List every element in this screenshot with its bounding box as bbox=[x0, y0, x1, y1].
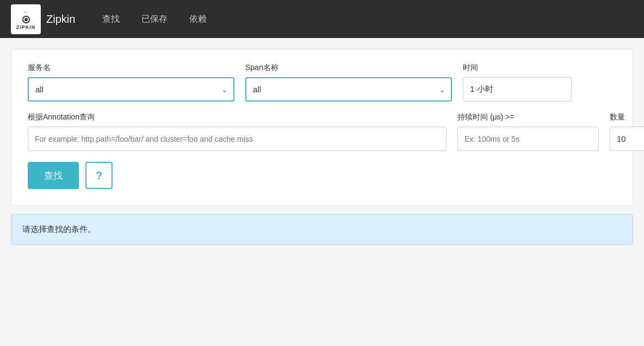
time-label: 时间 bbox=[463, 63, 616, 73]
main-content: 服务名 all ⌄ Span名称 all ⌄ 时间 bbox=[0, 38, 644, 256]
navbar: ← ZIPKIN Zipkin 查找 已保存 依赖 bbox=[0, 0, 644, 38]
duration-input[interactable] bbox=[457, 127, 599, 151]
help-button[interactable]: ? bbox=[85, 162, 113, 189]
nav-item-dependencies[interactable]: 依赖 bbox=[178, 0, 218, 38]
brand-link[interactable]: ← ZIPKIN Zipkin bbox=[11, 4, 75, 34]
time-group: 时间 bbox=[463, 63, 616, 102]
service-name-select[interactable]: all bbox=[28, 77, 234, 102]
nav-item-search[interactable]: 查找 bbox=[91, 0, 131, 38]
duration-label: 持续时间 (μs) >= bbox=[457, 112, 599, 122]
annotation-input[interactable] bbox=[28, 127, 447, 151]
info-panel: 请选择查找的条件。 bbox=[11, 214, 633, 245]
service-name-group: 服务名 all ⌄ bbox=[28, 63, 234, 102]
info-message: 请选择查找的条件。 bbox=[22, 224, 96, 234]
time-input[interactable] bbox=[463, 77, 572, 102]
search-button[interactable]: 查找 bbox=[28, 162, 79, 189]
span-name-group: Span名称 all ⌄ bbox=[245, 63, 452, 102]
form-row-1: 服务名 all ⌄ Span名称 all ⌄ 时间 bbox=[28, 63, 616, 102]
service-name-label: 服务名 bbox=[28, 63, 234, 73]
annotation-label: 根据Annotation查询 bbox=[28, 112, 447, 122]
count-input[interactable] bbox=[610, 127, 644, 151]
count-group: 数量 bbox=[610, 112, 644, 151]
service-name-select-wrapper: all ⌄ bbox=[28, 77, 234, 102]
search-panel: 服务名 all ⌄ Span名称 all ⌄ 时间 bbox=[11, 49, 633, 206]
count-label: 数量 bbox=[610, 112, 644, 122]
annotation-group: 根据Annotation查询 bbox=[28, 112, 447, 151]
form-row-2: 根据Annotation查询 持续时间 (μs) >= 数量 bbox=[28, 112, 616, 151]
span-name-select-wrapper: all ⌄ bbox=[245, 77, 452, 102]
action-row: 查找 ? bbox=[28, 162, 616, 189]
nav-menu: 查找 已保存 依赖 bbox=[91, 0, 218, 38]
brand-name: Zipkin bbox=[46, 13, 75, 26]
zipkin-logo: ← ZIPKIN bbox=[11, 4, 41, 34]
span-name-label: Span名称 bbox=[245, 63, 452, 73]
duration-group: 持续时间 (μs) >= bbox=[457, 112, 599, 151]
nav-item-saved[interactable]: 已保存 bbox=[131, 0, 178, 38]
span-name-select[interactable]: all bbox=[245, 77, 452, 102]
